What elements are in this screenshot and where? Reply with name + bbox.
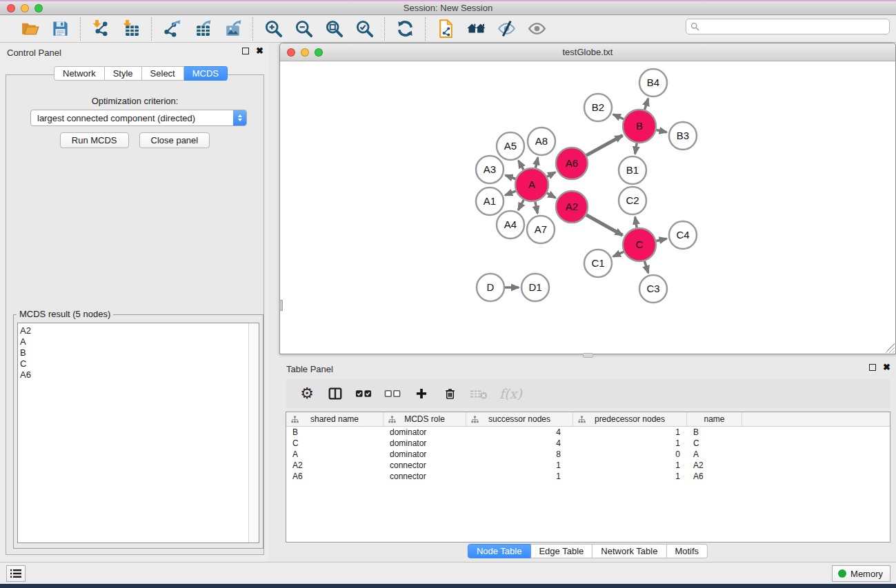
node-A5[interactable]: A5	[497, 132, 524, 160]
table-cell[interactable]: A6	[286, 471, 384, 482]
show-panels-icon[interactable]	[526, 19, 547, 39]
mcds-result-item[interactable]: A6	[20, 369, 248, 381]
table-cell[interactable]: 1	[466, 471, 573, 482]
table-cell[interactable]: C	[687, 438, 742, 449]
node-A4[interactable]: A4	[497, 211, 524, 239]
table-cell[interactable]: 4	[466, 438, 573, 449]
network-window-titlebar[interactable]: testGlobe.txt	[280, 43, 895, 61]
save-session-icon[interactable]	[50, 19, 70, 39]
scrollbar-track[interactable]	[248, 323, 259, 543]
table-cell[interactable]: C	[286, 438, 384, 449]
edge-A-A4[interactable]	[518, 200, 524, 210]
table-cell[interactable]: B	[286, 427, 384, 438]
criterion-select[interactable]: largest connected component (directed)	[30, 110, 247, 126]
float-panel-icon[interactable]	[242, 48, 249, 54]
tab-network-table[interactable]: Network Table	[593, 544, 666, 558]
table-cell[interactable]: dominator	[384, 438, 466, 449]
edge-B-B4[interactable]	[645, 99, 648, 110]
export-image-icon[interactable]	[222, 19, 243, 39]
memory-button[interactable]: Memory	[832, 565, 890, 582]
select-all-icon[interactable]	[355, 385, 372, 403]
minimize-window-button[interactable]	[21, 4, 29, 12]
panel-divider-handle[interactable]	[279, 300, 283, 311]
show-columns-icon[interactable]	[327, 385, 344, 403]
mcds-result-item[interactable]: C	[20, 358, 248, 369]
node-C2[interactable]: C2	[619, 187, 646, 214]
node-C1[interactable]: C1	[584, 250, 612, 277]
node-A2[interactable]: A2	[556, 191, 588, 223]
mcds-result-item[interactable]: A	[20, 336, 248, 347]
edge-A-A7[interactable]	[535, 202, 537, 214]
node-A1[interactable]: A1	[476, 187, 504, 215]
home-icon[interactable]	[466, 19, 486, 39]
export-table-icon[interactable]	[192, 19, 212, 39]
edge-B-B1[interactable]	[635, 143, 637, 154]
table-cell[interactable]: 4	[466, 427, 573, 438]
edge-A-A5[interactable]	[519, 161, 524, 170]
edge-C-C3[interactable]	[644, 261, 648, 273]
column-header-successor-nodes[interactable]: successor nodes	[466, 412, 573, 426]
node-D[interactable]: D	[477, 274, 504, 301]
network-canvas[interactable]: B4B2BB3A5A8A6B1A3AC2A1A2A4A7C4CC1C3DD1	[280, 61, 895, 354]
table-cell[interactable]: connector	[384, 471, 466, 482]
node-A8[interactable]: A8	[528, 128, 555, 155]
tab-motifs[interactable]: Motifs	[666, 544, 708, 558]
node-B4[interactable]: B4	[639, 69, 667, 97]
mcds-result-item[interactable]: A2	[20, 325, 248, 336]
deselect-all-icon[interactable]	[384, 385, 401, 403]
table-cell[interactable]: 8	[466, 449, 573, 460]
mcds-result-item[interactable]: B	[20, 347, 248, 358]
close-panel-button[interactable]: Close panel	[139, 132, 210, 148]
add-row-icon[interactable]	[413, 385, 430, 403]
table-settings-icon[interactable]: ⚙	[299, 385, 315, 403]
search-field[interactable]	[686, 19, 890, 34]
table-cell[interactable]: 1	[573, 460, 687, 471]
mcds-result-list[interactable]: A2ABCA6	[17, 323, 259, 543]
edge-A-A1[interactable]	[505, 191, 515, 195]
table-row[interactable]: A2connector11A2	[286, 460, 890, 471]
table-cell[interactable]: A	[687, 449, 742, 460]
table-cell[interactable]: 1	[573, 471, 687, 482]
node-C3[interactable]: C3	[639, 275, 667, 303]
resize-grip-icon[interactable]	[885, 343, 895, 353]
edge-A-A3[interactable]	[506, 175, 516, 179]
zoom-window-button[interactable]	[34, 4, 43, 12]
node-C[interactable]: C	[623, 228, 656, 261]
table-cell[interactable]: connector	[384, 460, 466, 471]
horizontal-divider-handle[interactable]	[583, 353, 593, 358]
close-network-window-button[interactable]	[287, 48, 295, 57]
zoom-out-icon[interactable]	[293, 19, 314, 39]
apply-layout-icon[interactable]	[395, 19, 415, 39]
table-cell[interactable]: dominator	[384, 427, 466, 438]
table-cell[interactable]: A	[286, 449, 384, 460]
column-header-shared-name[interactable]: shared name	[286, 412, 384, 426]
edge-C-C2[interactable]	[635, 217, 637, 228]
table-cell[interactable]: A2	[286, 460, 384, 471]
zoom-in-icon[interactable]	[263, 19, 283, 39]
tab-edge-table[interactable]: Edge Table	[530, 544, 593, 558]
edge-A-A2[interactable]	[547, 193, 555, 198]
zoom-selected-icon[interactable]	[354, 19, 375, 39]
table-cell[interactable]: 1	[466, 460, 573, 471]
show-panels-list-button[interactable]	[6, 565, 26, 582]
network-from-file-icon[interactable]	[435, 19, 456, 39]
node-B1[interactable]: B1	[619, 156, 646, 184]
tab-network[interactable]: Network	[54, 66, 105, 81]
close-window-button[interactable]	[7, 4, 15, 12]
node-A[interactable]: A	[515, 168, 548, 201]
import-network-icon[interactable]	[90, 19, 111, 39]
column-header-predecessor-nodes[interactable]: predecessor nodes	[573, 412, 687, 426]
edge-A2-C[interactable]	[586, 215, 623, 236]
delete-row-icon[interactable]	[441, 385, 458, 403]
column-header-MCDS-role[interactable]: MCDS role	[384, 412, 466, 426]
edge-C-C1[interactable]	[613, 252, 624, 256]
zoom-network-window-button[interactable]	[315, 48, 323, 57]
table-cell[interactable]: 1	[573, 438, 687, 449]
run-mcds-button[interactable]: Run MCDS	[60, 132, 129, 148]
minimize-network-window-button[interactable]	[301, 48, 309, 57]
node-A3[interactable]: A3	[476, 156, 504, 183]
table-cell[interactable]: B	[687, 427, 742, 438]
edge-B-B2[interactable]	[613, 114, 624, 119]
table-cell[interactable]: dominator	[384, 449, 466, 460]
import-table-icon[interactable]	[121, 19, 141, 39]
